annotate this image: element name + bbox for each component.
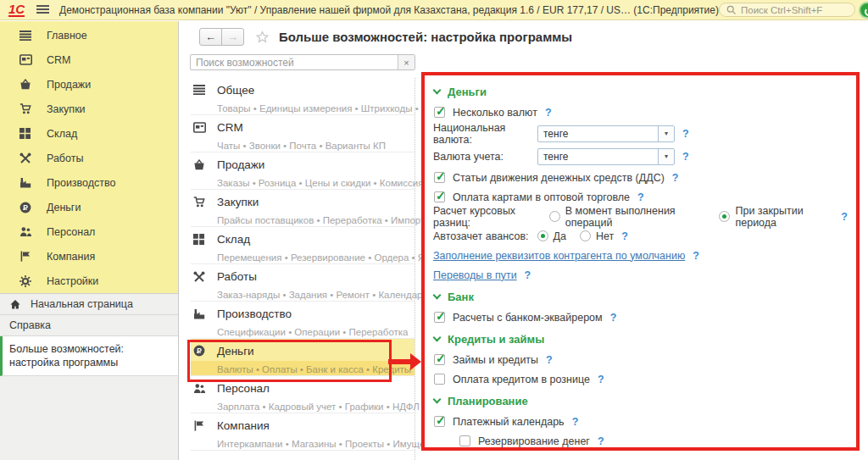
multi-currency-checkbox[interactable] bbox=[434, 107, 445, 118]
basket-icon bbox=[19, 78, 34, 91]
card-payments-checkbox[interactable] bbox=[434, 191, 445, 202]
crm-icon bbox=[19, 53, 34, 66]
basket-icon bbox=[193, 159, 208, 170]
home-icon bbox=[9, 299, 22, 310]
feature-sales[interactable]: Продажи Заказы • Розница • Цены и скидки… bbox=[191, 152, 415, 190]
sidebar-item-home[interactable]: Начальная страница bbox=[0, 294, 178, 315]
help-icon[interactable]: ? bbox=[682, 128, 689, 140]
help-icon[interactable]: ? bbox=[693, 250, 699, 262]
feature-search-input[interactable]: Поиск возможностей × bbox=[190, 54, 415, 70]
help-icon[interactable]: ? bbox=[546, 354, 553, 366]
sidebar-item-company[interactable]: Компания bbox=[0, 244, 178, 269]
setting-payment-calendar: Платежный календарь ? bbox=[433, 412, 848, 431]
accounting-currency-select[interactable]: тенге ▾ bbox=[537, 148, 675, 165]
menu-icon bbox=[19, 29, 34, 42]
people-icon bbox=[19, 225, 34, 238]
setting-loans: Займы и кредиты ? bbox=[433, 350, 848, 369]
help-icon[interactable]: ? bbox=[598, 374, 604, 385]
setting-exchange-diff: Расчет курсовых разниц: В момент выполне… bbox=[433, 207, 848, 226]
help-icon[interactable]: ? bbox=[610, 312, 617, 324]
setting-cash-flow-items: Статьи движения денежных средств (ДДС) ? bbox=[433, 168, 848, 187]
sidebar-item-purchases[interactable]: Закупки bbox=[0, 97, 178, 121]
flag-icon bbox=[193, 420, 208, 431]
setting-credit-retail: Оплата кредитом в рознице ? bbox=[433, 369, 848, 389]
forward-button[interactable]: → bbox=[221, 28, 244, 46]
help-icon[interactable]: ? bbox=[841, 211, 848, 223]
advance-no-radio[interactable] bbox=[580, 230, 591, 241]
help-icon[interactable]: ? bbox=[621, 230, 628, 242]
cash-flow-items-checkbox[interactable] bbox=[434, 172, 445, 183]
svg-text:Р: Р bbox=[197, 346, 202, 355]
counterparty-defaults-link[interactable]: Заполнение реквизитов контрагента по умо… bbox=[433, 250, 685, 262]
sidebar-nav: Главное CRM Продажи Закупки Склад Работы… bbox=[0, 21, 178, 294]
setting-acquirer: Расчеты с банком-эквайрером ? bbox=[433, 308, 848, 327]
help-icon[interactable]: ? bbox=[525, 269, 531, 281]
feature-warehouse[interactable]: Склад Перемещения • Резервирование • Орд… bbox=[191, 227, 415, 264]
advance-yes-radio[interactable] bbox=[537, 230, 548, 241]
favorite-star-icon[interactable] bbox=[255, 30, 270, 44]
national-currency-select[interactable]: тенге ▾ bbox=[537, 125, 675, 142]
dropdown-arrow-icon[interactable]: ▾ bbox=[658, 126, 674, 141]
section-header-credits[interactable]: Кредиты и займы bbox=[433, 329, 848, 350]
sidebar-item-settings[interactable]: Настройки bbox=[0, 269, 178, 293]
feature-money[interactable]: Р Деньги Валюты • Оплаты • Банк и касса … bbox=[191, 339, 415, 376]
sidebar-item-sales[interactable]: Продажи bbox=[0, 72, 178, 97]
feature-common[interactable]: Общее Товары • Единицы измерения • Штрих… bbox=[191, 78, 415, 115]
help-icon[interactable]: ? bbox=[598, 435, 604, 447]
sidebar-item-warehouse[interactable]: Склад bbox=[0, 121, 178, 146]
sidebar: Главное CRM Продажи Закупки Склад Работы… bbox=[0, 21, 179, 460]
sidebar-item-help[interactable]: Справка bbox=[0, 315, 178, 336]
sidebar-item-main[interactable]: Главное bbox=[0, 23, 178, 47]
help-icon[interactable]: ? bbox=[572, 416, 579, 428]
search-icon bbox=[726, 5, 737, 15]
feature-personnel[interactable]: Персонал Зарплата • Кадровый учет • Граф… bbox=[191, 376, 415, 413]
sidebar-item-active-tab[interactable]: Больше возможностей: настройка программы bbox=[0, 336, 178, 376]
feature-production[interactable]: Производство Спецификации • Операции • П… bbox=[191, 302, 415, 339]
feature-crm[interactable]: CRM Чаты • Звонки • Почта • Варианты КП bbox=[191, 115, 415, 152]
section-header-money[interactable]: Деньги bbox=[433, 81, 848, 103]
exchange-on-period-close-radio[interactable] bbox=[719, 211, 730, 222]
feature-purchases[interactable]: Закупки Прайсы поставщиков • Переработка… bbox=[191, 190, 415, 227]
help-icon[interactable]: ? bbox=[637, 191, 644, 203]
global-search-input[interactable]: Поиск Ctrl+Shift+F bbox=[719, 3, 855, 17]
sidebar-item-production[interactable]: Производство bbox=[0, 170, 178, 195]
setting-transfers-link: Переводы в пути ? bbox=[433, 265, 848, 285]
money-reservation-checkbox[interactable] bbox=[459, 435, 470, 446]
sidebar-item-crm[interactable]: CRM bbox=[0, 47, 178, 72]
help-icon[interactable]: ? bbox=[545, 107, 552, 119]
factory-icon bbox=[193, 308, 208, 319]
setting-accounting-currency: Валюта учета: тенге ▾ ? bbox=[433, 145, 848, 168]
factory-icon bbox=[19, 176, 34, 189]
sidebar-item-works[interactable]: Работы bbox=[0, 146, 178, 170]
tools-icon bbox=[19, 152, 34, 164]
people-icon bbox=[193, 383, 208, 394]
feature-company[interactable]: Компания Интеркампани • Магазины • Проек… bbox=[191, 413, 415, 451]
window-title: Демонстрационная база компании "Уют" / У… bbox=[59, 4, 719, 16]
dropdown-arrow-icon[interactable]: ▾ bbox=[658, 149, 674, 164]
sidebar-item-personnel[interactable]: Персонал bbox=[0, 219, 178, 244]
grid-icon bbox=[19, 127, 34, 140]
feature-works[interactable]: Работы Заказ-наряды • Задания • Ремонт •… bbox=[191, 264, 415, 302]
help-icon[interactable]: ? bbox=[672, 172, 679, 184]
transfers-in-transit-link[interactable]: Переводы в пути bbox=[433, 269, 517, 281]
1c-logo: 1С bbox=[8, 3, 25, 17]
hamburger-menu-icon[interactable] bbox=[36, 5, 46, 14]
section-header-bank[interactable]: Банк bbox=[433, 286, 848, 308]
exchange-on-operations-radio[interactable] bbox=[549, 211, 560, 222]
feature-search-placeholder: Поиск возможностей bbox=[191, 55, 398, 69]
payment-calendar-checkbox[interactable] bbox=[434, 416, 445, 427]
search-row: Поиск возможностей × bbox=[180, 54, 868, 70]
loans-checkbox[interactable] bbox=[434, 354, 445, 365]
credit-retail-checkbox[interactable] bbox=[434, 374, 445, 385]
cart-icon bbox=[19, 103, 34, 115]
help-icon[interactable]: ? bbox=[682, 151, 689, 163]
clear-search-button[interactable]: × bbox=[398, 55, 415, 69]
back-button[interactable]: ← bbox=[199, 28, 222, 46]
money-icon: Р bbox=[19, 201, 34, 213]
status-indicator-icon[interactable] bbox=[859, 2, 868, 19]
menu-icon bbox=[193, 85, 208, 95]
flag-icon bbox=[19, 250, 34, 263]
section-header-planning[interactable]: Планирование bbox=[433, 391, 848, 412]
acquirer-checkbox[interactable] bbox=[434, 312, 445, 323]
sidebar-item-money[interactable]: Р Деньги bbox=[0, 195, 178, 219]
